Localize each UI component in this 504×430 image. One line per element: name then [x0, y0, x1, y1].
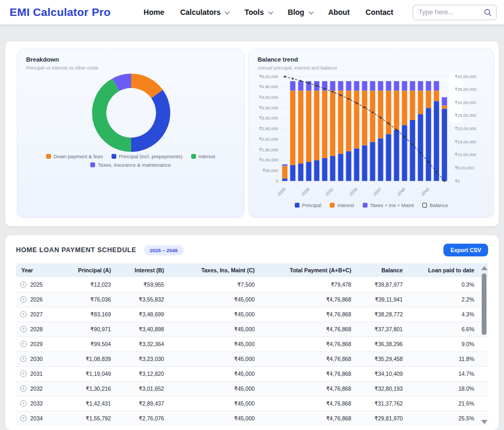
bar-2044-2: [434, 81, 439, 91]
table-row[interactable]: +2030₹1,08,839₹3,23,030₹45,000₹4,76,868₹…: [16, 351, 488, 366]
bar-2036-2: [370, 81, 375, 91]
nav-item-calculators[interactable]: Calculators: [180, 8, 228, 16]
principal-value: ₹83,169: [67, 307, 116, 322]
table-row[interactable]: +2028₹90,971₹3,40,898₹45,000₹4,76,868₹37…: [16, 322, 488, 337]
legend-swatch-icon: [46, 154, 51, 159]
interest-value: ₹3,01,652: [116, 381, 169, 396]
export-csv-button[interactable]: Export CSV: [443, 244, 488, 256]
column-header: Principal (A): [67, 263, 116, 277]
expand-row-icon[interactable]: +: [20, 326, 27, 332]
bar-2037-0: [378, 139, 383, 181]
table-row[interactable]: +2033₹1,42,431₹2,89,437₹45,000₹4,76,868₹…: [16, 396, 488, 411]
scrollbar-down-arrow-icon[interactable]: [481, 420, 488, 424]
total-value: ₹4,76,868: [260, 351, 357, 366]
table-row[interactable]: +2034₹1,55,792₹2,76,076₹45,000₹4,76,868₹…: [16, 411, 488, 426]
expand-row-icon[interactable]: +: [20, 281, 27, 288]
year-value: 2033: [30, 400, 42, 407]
charts-panel: Breakdown Principal vs interest vs other…: [5, 41, 499, 226]
bar-2027-1: [298, 91, 303, 164]
expand-row-icon[interactable]: +: [20, 356, 27, 362]
principal-value: ₹99,504: [67, 337, 116, 351]
legend-row: Down payment & feesPrincipal (incl. prep…: [46, 153, 215, 159]
right-axis-tick: ₹30,00,000: [455, 100, 476, 105]
x-axis-tick: 2037: [372, 186, 382, 196]
bar-2038-2: [386, 81, 391, 91]
legend-swatch-icon: [112, 154, 116, 159]
table-row[interactable]: +2029₹99,504₹3,32,364₹45,000₹4,76,868₹36…: [16, 337, 488, 351]
expand-row-icon[interactable]: +: [20, 296, 27, 303]
expand-row-icon[interactable]: +: [20, 400, 27, 407]
bar-2025-2: [282, 165, 287, 166]
balance-trend-bar-chart[interactable]: 0₹50,000₹1,00,000₹1,50,000₹2,00,000₹2,50…: [249, 49, 493, 218]
bar-2040-0: [402, 125, 407, 181]
bar-2032-2: [338, 81, 343, 91]
nav-item-blog[interactable]: Blog: [288, 8, 312, 16]
legend-item[interactable]: Taxes + Ins + Maint: [363, 202, 414, 208]
right-axis-tick: ₹25,00,000: [455, 113, 476, 118]
balance-trend-legend: PrincipalInterestTaxes + Ins + MaintBala…: [249, 202, 493, 208]
nav-item-tools[interactable]: Tools: [244, 8, 271, 16]
total-value: ₹79,478: [260, 277, 357, 292]
bar-2026-1: [290, 91, 295, 165]
balance-value: ₹38,28,772: [356, 307, 408, 322]
taxes-value: ₹45,000: [169, 381, 260, 396]
search-icon[interactable]: [484, 8, 492, 16]
bar-2045-0: [442, 109, 447, 181]
app-logo[interactable]: EMI Calculator Pro: [10, 6, 110, 19]
bar-2035-1: [362, 91, 368, 145]
bar-2025-1: [282, 166, 287, 179]
right-axis-tick: ₹20,00,000: [455, 126, 476, 131]
table-row[interactable]: +2032₹1,30,216₹3,01,652₹45,000₹4,76,868₹…: [16, 381, 488, 396]
nav-item-home[interactable]: Home: [143, 8, 164, 16]
search-input[interactable]: [418, 8, 481, 16]
bar-2041-1: [410, 91, 415, 120]
bar-2044-0: [434, 101, 439, 181]
breakdown-donut-chart[interactable]: [18, 49, 244, 218]
legend-item[interactable]: Down payment & fees: [46, 153, 103, 159]
bar-2035-0: [362, 145, 368, 181]
expand-row-icon[interactable]: +: [20, 371, 27, 377]
taxes-value: ₹45,000: [169, 396, 260, 411]
scrollbar-thumb[interactable]: [482, 273, 486, 335]
legend-label: Principal (incl. prepayments): [119, 153, 183, 159]
nav-item-contact[interactable]: Contact: [365, 8, 393, 16]
interest-value: ₹3,40,898: [116, 322, 169, 337]
principal-value: ₹1,19,049: [67, 366, 116, 381]
nav-item-about[interactable]: About: [328, 8, 349, 16]
legend-item[interactable]: Balance: [422, 202, 448, 208]
bar-2030-0: [322, 158, 327, 181]
expand-row-icon[interactable]: +: [20, 311, 27, 317]
year-cell: +2033: [20, 400, 62, 407]
table-body: +2025₹12,023₹59,955₹7,500₹79,478₹39,87,9…: [16, 277, 488, 426]
legend-item[interactable]: Interest: [330, 202, 354, 208]
total-value: ₹4,76,868: [260, 292, 357, 307]
total-value: ₹4,76,868: [260, 411, 357, 426]
table-row[interactable]: +2026₹76,036₹3,55,832₹45,000₹4,76,868₹39…: [16, 292, 488, 307]
scrollbar-up-arrow-icon[interactable]: [481, 266, 488, 270]
expand-row-icon[interactable]: +: [20, 385, 27, 392]
left-axis-tick: ₹2,00,000: [259, 137, 279, 142]
paid-value: 14.7%: [408, 366, 488, 381]
legend-swatch-icon: [330, 203, 335, 208]
left-axis-tick: ₹5,00,000: [259, 74, 279, 79]
year-cell: +2031: [20, 371, 62, 377]
paid-value: 2.2%: [408, 292, 488, 307]
bar-2042-0: [418, 114, 423, 181]
legend-item[interactable]: Principal (incl. prepayments): [112, 153, 183, 159]
legend-item[interactable]: Principal: [295, 202, 321, 208]
table-row[interactable]: +2027₹83,169₹3,48,699₹45,000₹4,76,868₹38…: [16, 307, 488, 322]
table-row[interactable]: +2025₹12,023₹59,955₹7,500₹79,478₹39,87,9…: [16, 277, 488, 292]
expand-row-icon[interactable]: +: [20, 341, 27, 347]
balance-point-2043: [428, 161, 430, 163]
bar-2036-1: [370, 91, 375, 142]
year-cell: +2034: [20, 415, 62, 422]
balance-point-2045: [443, 180, 446, 182]
bar-2028-0: [306, 162, 311, 181]
bar-2029-0: [314, 160, 319, 181]
schedule-table-wrap: YearPrincipal (A)Interest (B)Taxes, Ins,…: [16, 263, 488, 426]
legend-item[interactable]: Taxes, insurance & maintenance: [90, 162, 170, 168]
taxes-value: ₹45,000: [169, 292, 260, 307]
legend-item[interactable]: Interest: [191, 153, 216, 159]
table-row[interactable]: +2031₹1,19,049₹3,12,820₹45,000₹4,76,868₹…: [16, 366, 488, 381]
expand-row-icon[interactable]: +: [20, 415, 27, 422]
